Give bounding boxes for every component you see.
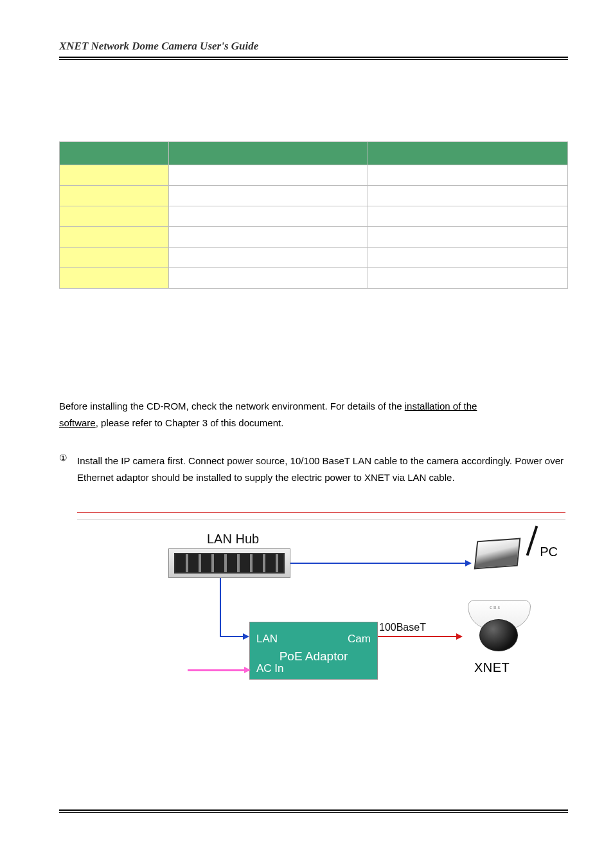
poe-port-cam: Cam [348,633,371,646]
page-header: XNET Network Dome Camera User's Guide [59,40,568,60]
table-row [60,165,568,186]
cell-val2 [368,227,568,248]
header-rule-thin [59,59,568,60]
cell-val1 [169,206,368,227]
cell-key [60,248,169,268]
line-hub-down [220,578,221,637]
laptop-icon [475,527,529,573]
poe-title: PoE Adaptor [250,649,377,664]
step-text: Install the IP camera first. Connect pow… [77,453,568,487]
footer-rule-thick [59,809,568,811]
stylus-icon [526,525,538,556]
install-line2-rest: , please refer to Chapter 3 of this docu… [96,417,284,428]
laptop-screen-icon [474,538,521,569]
divider-gray [77,520,565,520]
install-lead: Before installing the CD-ROM, check the … [59,398,568,431]
header-title: XNET Network Dome Camera User's Guide [59,40,568,53]
table-row [60,186,568,206]
cell-val2 [368,248,568,268]
step-number-icon: ① [59,453,72,487]
poe-adaptor-box: LAN Cam PoE Adaptor AC In [249,622,378,680]
label-lan-hub: LAN Hub [207,532,259,547]
label-100baset: 100BaseT [379,622,426,633]
hub-ports-icon [174,553,285,574]
cell-val1 [169,165,368,186]
poe-port-acin: AC In [256,662,284,675]
footer-rule-thin [59,812,568,813]
cell-val1 [169,268,368,289]
hub-icon [168,548,290,578]
install-section: Before installing the CD-ROM, check the … [59,398,568,692]
spec-table [59,141,568,289]
cell-val2 [368,206,568,227]
cell-val2 [368,165,568,186]
cell-key [60,186,169,206]
step-1: ① Install the IP camera first. Connect p… [59,453,568,487]
label-xnet: XNET [474,660,510,675]
cell-key [60,227,169,248]
arrow-hub-to-pc [290,563,470,564]
label-pc: PC [540,545,558,559]
header-rule-thick [59,57,568,58]
install-line1: Before installing the CD-ROM, check the … [59,401,405,411]
th-col-2 [169,142,368,165]
table-row [60,268,568,289]
th-col-1 [60,142,169,165]
table-row [60,206,568,227]
page-footer [59,809,568,813]
arrow-hub-to-poe [220,636,248,637]
th-col-3 [368,142,568,165]
cell-key [60,206,169,227]
cell-val1 [169,248,368,268]
install-line2-underline: software [59,417,96,428]
arrow-ac-in [188,669,249,671]
content: Before installing the CD-ROM, check the … [59,141,568,692]
cell-val2 [368,186,568,206]
cell-val1 [169,186,368,206]
poe-port-lan: LAN [256,633,278,646]
cell-val2 [368,268,568,289]
install-line1-underline: installation of the [405,401,477,411]
table-header-row [60,142,568,165]
table-row [60,227,568,248]
divider-red [77,512,565,513]
cell-key [60,268,169,289]
dome-brand-label: cns [490,604,501,610]
cell-val1 [169,227,368,248]
arrow-poe-to-camera [378,636,461,638]
cell-key [60,165,169,186]
dome-camera-icon: cns [464,596,535,657]
network-diagram: LAN Hub PC LAN Cam PoE Adaptor AC In 100… [149,532,560,692]
table-row [60,248,568,268]
dome-bubble-icon [479,619,518,651]
